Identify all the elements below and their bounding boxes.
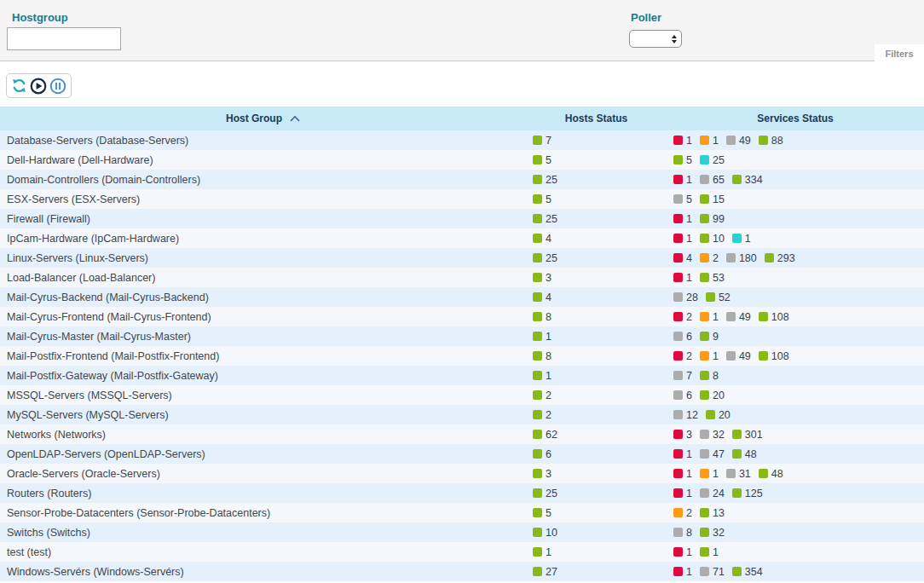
hostgroup-name-link[interactable]: MySQL-Servers (MySQL-Servers): [7, 409, 526, 421]
status-count: 32: [700, 527, 725, 539]
hostgroup-name-cell: Firewall (Firewall): [0, 213, 526, 225]
orange-status-badge: [700, 253, 709, 263]
status-value: 1: [546, 331, 552, 343]
hostgroup-name-link[interactable]: Routers (Routers): [7, 488, 526, 499]
red-status-badge: [673, 469, 683, 478]
filter-panel: Hostgroup Poller Filters: [0, 0, 924, 61]
status-value: 2: [713, 252, 719, 264]
status-value: 31: [739, 468, 751, 480]
hostgroup-input[interactable]: [7, 27, 121, 50]
hostgroup-name-link[interactable]: Domain-Controllers (Domain-Controllers): [7, 174, 526, 186]
status-count: 8: [673, 527, 692, 539]
status-value: 293: [777, 252, 795, 264]
hostgroup-name-link[interactable]: Database-Servers (Database-Servers): [7, 135, 526, 147]
hosts-status-cell: 1: [526, 331, 667, 343]
hostgroup-name-link[interactable]: Windows-Servérs (Windows-Servérs): [7, 566, 526, 578]
status-value: 1: [686, 566, 692, 578]
status-count: 180: [726, 252, 757, 264]
red-status-badge: [673, 312, 683, 321]
status-value: 15: [713, 193, 725, 205]
status-value: 5: [546, 154, 552, 166]
status-value: 1: [686, 448, 692, 460]
hostgroup-name-cell: Linux-Servers (Linux-Servers): [0, 252, 526, 264]
status-count: 32: [700, 429, 725, 441]
table-row: test (test)111: [0, 542, 924, 562]
status-value: 48: [745, 448, 757, 460]
status-value: 180: [739, 252, 757, 264]
hostgroup-name-link[interactable]: Dell-Hardware (Dell-Hardware): [7, 154, 526, 166]
hostgroup-name-link[interactable]: test (test): [7, 546, 526, 558]
hostgroup-name-cell: Mail-Postfix-Frontend (Mail-Postfix-Fron…: [0, 350, 526, 362]
hostgroup-name-link[interactable]: ESX-Servers (ESX-Servers): [7, 193, 526, 205]
status-value: 108: [771, 350, 789, 362]
gray-status-badge: [673, 528, 683, 537]
green-status-badge: [533, 155, 542, 165]
column-header-services-status[interactable]: Services Status: [667, 113, 924, 124]
hostgroup-name-link[interactable]: Sensor-Probe-Datacenters (Sensor-Probe-D…: [7, 507, 526, 519]
green-status-badge: [533, 253, 542, 263]
hostgroup-name-link[interactable]: OpenLDAP-Servers (OpenLDAP-Servers): [7, 448, 526, 460]
hostgroup-name-link[interactable]: IpCam-Hardware (IpCam-Hardware): [7, 233, 526, 245]
status-value: 49: [739, 135, 751, 147]
status-count: 1: [533, 370, 552, 382]
services-status-cell: 124125: [667, 488, 924, 499]
hostgroup-name-link[interactable]: Switchs (Switchs): [7, 527, 526, 539]
status-count: 1: [673, 213, 692, 225]
green-status-badge: [706, 410, 715, 419]
green-status-badge: [533, 351, 542, 361]
hostgroup-name-link[interactable]: Firewall (Firewall): [7, 213, 526, 225]
hostgroup-name-link[interactable]: Load-Balancer (Load-Balancer): [7, 272, 526, 284]
status-value: 125: [745, 488, 763, 499]
status-value: 3: [546, 468, 552, 480]
hosts-status-cell: 25: [526, 252, 667, 264]
status-value: 27: [546, 566, 557, 578]
table-row: Domain-Controllers (Domain-Controllers)2…: [0, 170, 924, 189]
play-icon[interactable]: [30, 78, 47, 95]
status-value: 6: [686, 390, 692, 401]
column-header-host-group[interactable]: Host Group: [0, 113, 526, 124]
status-value: 1: [686, 272, 692, 284]
red-status-badge: [673, 488, 683, 498]
green-status-badge: [706, 292, 715, 302]
green-status-badge: [533, 292, 542, 302]
green-status-badge: [765, 253, 774, 263]
pause-icon[interactable]: [49, 78, 66, 95]
sort-asc-chevron-icon: [290, 115, 300, 122]
hostgroup-name-link[interactable]: Oracle-Servers (Oracle-Servers): [7, 468, 526, 480]
refresh-icon[interactable]: [11, 78, 27, 94]
hostgroup-name-link[interactable]: Mail-Cyrus-Frontend (Mail-Cyrus-Frontend…: [7, 311, 526, 323]
hosts-status-cell: 4: [526, 292, 667, 303]
status-count: 25: [700, 154, 725, 166]
poller-select[interactable]: [629, 30, 682, 48]
table-row: Routers (Routers)25124125: [0, 483, 924, 503]
column-header-hosts-status[interactable]: Hosts Status: [526, 113, 667, 124]
status-value: 65: [713, 174, 725, 186]
status-count: 9: [700, 331, 719, 343]
status-value: 71: [713, 566, 725, 578]
status-value: 1: [713, 350, 719, 362]
hostgroup-name-link[interactable]: Mail-Postfix-Frontend (Mail-Postfix-Fron…: [7, 350, 526, 362]
filters-tab[interactable]: Filters: [875, 44, 924, 62]
hostgroup-name-link[interactable]: Mail-Cyrus-Master (Mail-Cyrus-Master): [7, 331, 526, 343]
status-count: 3: [673, 429, 692, 441]
green-status-badge: [700, 371, 709, 380]
gray-status-badge: [726, 312, 736, 321]
services-status-cell: 171354: [667, 566, 924, 578]
services-status-cell: 620: [667, 390, 924, 401]
hostgroup-name-link[interactable]: Linux-Servers (Linux-Servers): [7, 252, 526, 264]
hostgroup-name-link[interactable]: Networks (Networks): [7, 429, 526, 441]
status-count: 10: [700, 233, 725, 245]
services-status-cell: 525: [667, 154, 924, 166]
hostgroup-name-link[interactable]: Mail-Cyrus-Backend (Mail-Cyrus-Backend): [7, 292, 526, 303]
status-count: 5: [673, 193, 692, 205]
green-status-badge: [700, 508, 709, 517]
status-count: 7: [673, 370, 692, 382]
status-count: 5: [533, 154, 552, 166]
status-count: 49: [726, 135, 751, 147]
hostgroup-name-link[interactable]: Mail-Postfix-Gateway (Mail-Postfix-Gatew…: [7, 370, 526, 382]
status-value: 5: [546, 193, 552, 205]
table-row: Mail-Cyrus-Master (Mail-Cyrus-Master)169: [0, 326, 924, 346]
hostgroup-name-link[interactable]: MSSQL-Servers (MSSQL-Servers): [7, 390, 526, 401]
status-count: 1: [732, 233, 751, 245]
table-row: Networks (Networks)62332301: [0, 424, 924, 444]
